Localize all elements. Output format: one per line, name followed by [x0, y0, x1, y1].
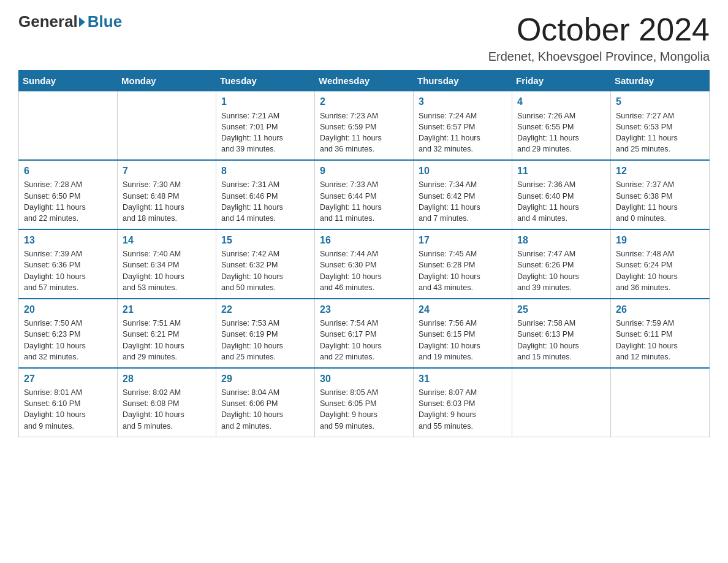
day-number: 16	[320, 234, 408, 247]
calendar-cell	[118, 91, 216, 160]
day-info: Sunrise: 7:51 AMSunset: 6:21 PMDaylight:…	[123, 318, 211, 362]
day-number: 25	[517, 303, 605, 316]
calendar-cell: 13Sunrise: 7:39 AMSunset: 6:36 PMDayligh…	[19, 229, 118, 299]
day-number: 15	[221, 234, 309, 247]
day-info: Sunrise: 7:37 AMSunset: 6:38 PMDaylight:…	[616, 179, 704, 224]
logo-general-text: General	[18, 12, 78, 31]
calendar-cell	[611, 368, 710, 437]
calendar-cell: 3Sunrise: 7:24 AMSunset: 6:57 PMDaylight…	[414, 91, 512, 160]
weekday-header-wednesday: Wednesday	[315, 71, 414, 91]
day-info: Sunrise: 7:50 AMSunset: 6:23 PMDaylight:…	[24, 318, 112, 362]
calendar-cell: 8Sunrise: 7:31 AMSunset: 6:46 PMDaylight…	[216, 160, 315, 229]
day-number: 18	[517, 234, 605, 247]
calendar-cell: 1Sunrise: 7:21 AMSunset: 7:01 PMDaylight…	[216, 91, 315, 160]
day-info: Sunrise: 7:48 AMSunset: 6:24 PMDaylight:…	[616, 248, 704, 293]
calendar-cell: 23Sunrise: 7:54 AMSunset: 6:17 PMDayligh…	[315, 299, 414, 368]
day-number: 9	[320, 164, 408, 178]
calendar-cell: 7Sunrise: 7:30 AMSunset: 6:48 PMDaylight…	[118, 160, 216, 229]
week-row-1: 1Sunrise: 7:21 AMSunset: 7:01 PMDaylight…	[19, 91, 710, 160]
day-info: Sunrise: 8:02 AMSunset: 6:08 PMDaylight:…	[123, 387, 211, 432]
weekday-header-friday: Friday	[512, 71, 611, 91]
day-info: Sunrise: 7:33 AMSunset: 6:44 PMDaylight:…	[320, 179, 408, 224]
day-info: Sunrise: 8:04 AMSunset: 6:06 PMDaylight:…	[221, 387, 309, 432]
calendar-cell: 22Sunrise: 7:53 AMSunset: 6:19 PMDayligh…	[216, 299, 315, 368]
calendar-cell: 17Sunrise: 7:45 AMSunset: 6:28 PMDayligh…	[414, 229, 512, 299]
day-number: 8	[221, 164, 309, 178]
day-info: Sunrise: 7:27 AMSunset: 6:53 PMDaylight:…	[616, 110, 704, 155]
calendar-cell: 15Sunrise: 7:42 AMSunset: 6:32 PMDayligh…	[216, 229, 315, 299]
day-info: Sunrise: 7:45 AMSunset: 6:28 PMDaylight:…	[419, 248, 507, 293]
calendar-table: SundayMondayTuesdayWednesdayThursdayFrid…	[18, 70, 710, 437]
day-info: Sunrise: 7:47 AMSunset: 6:26 PMDaylight:…	[517, 248, 605, 293]
weekday-header-saturday: Saturday	[611, 71, 710, 91]
week-row-5: 27Sunrise: 8:01 AMSunset: 6:10 PMDayligh…	[19, 368, 710, 437]
day-number: 19	[616, 234, 704, 247]
calendar-cell: 2Sunrise: 7:23 AMSunset: 6:59 PMDaylight…	[315, 91, 414, 160]
week-row-2: 6Sunrise: 7:28 AMSunset: 6:50 PMDaylight…	[19, 160, 710, 229]
day-number: 11	[517, 164, 605, 178]
week-row-3: 13Sunrise: 7:39 AMSunset: 6:36 PMDayligh…	[19, 229, 710, 299]
calendar-cell	[512, 368, 611, 437]
calendar-cell: 29Sunrise: 8:04 AMSunset: 6:06 PMDayligh…	[216, 368, 315, 437]
calendar-cell: 10Sunrise: 7:34 AMSunset: 6:42 PMDayligh…	[414, 160, 512, 229]
day-info: Sunrise: 7:21 AMSunset: 7:01 PMDaylight:…	[221, 110, 309, 155]
day-info: Sunrise: 8:07 AMSunset: 6:03 PMDaylight:…	[419, 387, 507, 432]
weekday-header-monday: Monday	[118, 71, 216, 91]
calendar-cell: 5Sunrise: 7:27 AMSunset: 6:53 PMDaylight…	[611, 91, 710, 160]
logo-arrow-icon	[79, 17, 85, 27]
calendar-cell: 4Sunrise: 7:26 AMSunset: 6:55 PMDaylight…	[512, 91, 611, 160]
page-header: General Blue October 2024 Erdenet, Khoev…	[18, 12, 710, 64]
day-number: 4	[517, 95, 605, 109]
day-info: Sunrise: 7:59 AMSunset: 6:11 PMDaylight:…	[616, 318, 704, 362]
calendar-cell: 6Sunrise: 7:28 AMSunset: 6:50 PMDaylight…	[19, 160, 118, 229]
day-info: Sunrise: 7:31 AMSunset: 6:46 PMDaylight:…	[221, 179, 309, 224]
calendar-cell: 21Sunrise: 7:51 AMSunset: 6:21 PMDayligh…	[118, 299, 216, 368]
day-number: 21	[123, 303, 211, 316]
day-info: Sunrise: 7:58 AMSunset: 6:13 PMDaylight:…	[517, 318, 605, 362]
day-number: 12	[616, 164, 704, 178]
day-info: Sunrise: 7:36 AMSunset: 6:40 PMDaylight:…	[517, 179, 605, 224]
day-info: Sunrise: 7:34 AMSunset: 6:42 PMDaylight:…	[419, 179, 507, 224]
logo: General Blue	[18, 12, 122, 31]
day-info: Sunrise: 8:05 AMSunset: 6:05 PMDaylight:…	[320, 387, 408, 432]
month-title: October 2024	[488, 12, 710, 47]
day-info: Sunrise: 7:44 AMSunset: 6:30 PMDaylight:…	[320, 248, 408, 293]
day-info: Sunrise: 7:53 AMSunset: 6:19 PMDaylight:…	[221, 318, 309, 362]
day-number: 29	[221, 372, 309, 386]
day-number: 2	[320, 95, 408, 109]
calendar-cell: 11Sunrise: 7:36 AMSunset: 6:40 PMDayligh…	[512, 160, 611, 229]
calendar-cell: 12Sunrise: 7:37 AMSunset: 6:38 PMDayligh…	[611, 160, 710, 229]
calendar-cell: 9Sunrise: 7:33 AMSunset: 6:44 PMDaylight…	[315, 160, 414, 229]
day-number: 1	[221, 95, 309, 109]
weekday-header-row: SundayMondayTuesdayWednesdayThursdayFrid…	[19, 71, 710, 91]
day-number: 10	[419, 164, 507, 178]
title-area: October 2024 Erdenet, Khoevsgoel Provinc…	[488, 12, 710, 64]
day-number: 27	[24, 372, 112, 386]
calendar-cell: 16Sunrise: 7:44 AMSunset: 6:30 PMDayligh…	[315, 229, 414, 299]
logo-blue-text: Blue	[88, 12, 122, 31]
calendar-cell: 27Sunrise: 8:01 AMSunset: 6:10 PMDayligh…	[19, 368, 118, 437]
day-info: Sunrise: 7:40 AMSunset: 6:34 PMDaylight:…	[123, 248, 211, 293]
calendar-cell: 28Sunrise: 8:02 AMSunset: 6:08 PMDayligh…	[118, 368, 216, 437]
calendar-cell: 30Sunrise: 8:05 AMSunset: 6:05 PMDayligh…	[315, 368, 414, 437]
day-info: Sunrise: 7:24 AMSunset: 6:57 PMDaylight:…	[419, 110, 507, 155]
day-number: 6	[24, 164, 112, 178]
day-number: 3	[419, 95, 507, 109]
day-number: 14	[123, 234, 211, 247]
day-number: 31	[419, 372, 507, 386]
day-number: 26	[616, 303, 704, 316]
day-number: 17	[419, 234, 507, 247]
day-number: 13	[24, 234, 112, 247]
location-subtitle: Erdenet, Khoevsgoel Province, Mongolia	[488, 50, 710, 64]
day-info: Sunrise: 7:26 AMSunset: 6:55 PMDaylight:…	[517, 110, 605, 155]
calendar-cell: 24Sunrise: 7:56 AMSunset: 6:15 PMDayligh…	[414, 299, 512, 368]
calendar-cell: 14Sunrise: 7:40 AMSunset: 6:34 PMDayligh…	[118, 229, 216, 299]
day-info: Sunrise: 7:42 AMSunset: 6:32 PMDaylight:…	[221, 248, 309, 293]
day-info: Sunrise: 7:54 AMSunset: 6:17 PMDaylight:…	[320, 318, 408, 362]
day-info: Sunrise: 7:23 AMSunset: 6:59 PMDaylight:…	[320, 110, 408, 155]
day-number: 22	[221, 303, 309, 316]
week-row-4: 20Sunrise: 7:50 AMSunset: 6:23 PMDayligh…	[19, 299, 710, 368]
day-number: 28	[123, 372, 211, 386]
calendar-cell: 18Sunrise: 7:47 AMSunset: 6:26 PMDayligh…	[512, 229, 611, 299]
day-info: Sunrise: 7:56 AMSunset: 6:15 PMDaylight:…	[419, 318, 507, 362]
